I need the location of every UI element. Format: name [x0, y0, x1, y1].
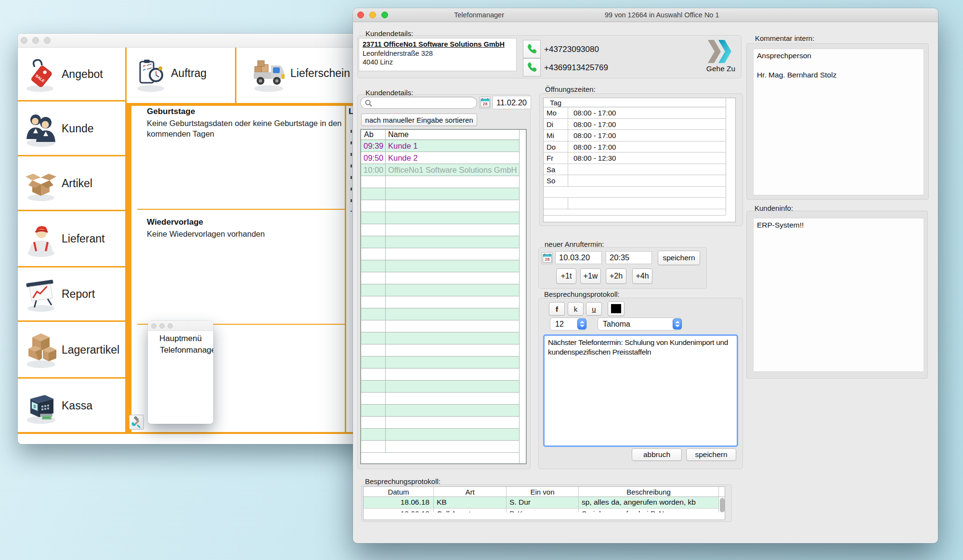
opening-hours-row[interactable]: Di08:00 - 17:00 — [544, 119, 726, 130]
call-list-row[interactable] — [361, 369, 519, 381]
call-list-row[interactable] — [361, 176, 519, 188]
menu-item-telefonmanager[interactable]: Telefonmanage — [160, 345, 213, 355]
call-list-table[interactable]: Ab Name 09:39Kunde 109:50Kunde 210:00Off… — [360, 129, 527, 464]
call-list-row[interactable]: 09:39Kunde 1 — [361, 140, 519, 152]
call-list-row[interactable] — [361, 272, 519, 284]
opening-hours-table[interactable]: Tag Mo08:00 - 17:00Di08:00 - 17:00Mi08:0… — [543, 98, 736, 222]
close-icon[interactable] — [21, 37, 27, 44]
call-list-row[interactable] — [361, 429, 519, 441]
protocol-table[interactable]: Datum Art Ein von Beschreibung 18.06.18K… — [363, 486, 725, 520]
customer-address[interactable]: 23711 OfficeNo1 Software Solutions GmbH … — [359, 38, 517, 71]
font-size-stepper[interactable] — [577, 318, 586, 330]
call-list-row[interactable] — [361, 224, 519, 236]
sidebar-item-kunde[interactable]: Kunde — [18, 102, 125, 155]
call-list-header[interactable]: Ab Name — [361, 130, 519, 140]
minimize-icon[interactable] — [32, 37, 39, 44]
new-call-time-field[interactable]: 20:35 — [606, 251, 652, 264]
fg-window-titlebar[interactable]: Telefonmanager 99 von 12664 in Auswahl O… — [353, 8, 938, 22]
minimize-icon[interactable] — [369, 12, 376, 18]
sort-button[interactable]: nach manueller Eingabe sortieren — [361, 114, 477, 126]
nav-auftrag[interactable]: Auftrag — [171, 67, 207, 80]
column-header-datum[interactable]: Datum — [364, 487, 434, 497]
call-list-row[interactable]: 10:00OfficeNo1 Software Solutions GmbH — [361, 164, 519, 176]
column-header-name[interactable]: Name — [388, 130, 409, 139]
call-list-row[interactable] — [361, 260, 519, 272]
call-list-row[interactable] — [361, 296, 519, 308]
goto-chevrons-icon[interactable] — [708, 40, 734, 63]
opening-hours-row[interactable]: Mo08:00 - 17:00 — [544, 107, 726, 119]
call-list-row[interactable] — [361, 344, 519, 356]
column-header-ab[interactable]: Ab — [364, 130, 374, 139]
call-list-row[interactable]: 09:50Kunde 2 — [361, 152, 519, 164]
nav-lieferschein[interactable]: Lieferschein — [290, 67, 350, 80]
popup-titlebar[interactable] — [148, 321, 213, 331]
call-phone2-button[interactable] — [523, 58, 541, 76]
italic-button[interactable]: k — [568, 302, 584, 316]
call-list-row[interactable] — [361, 393, 519, 405]
customer-info-text[interactable]: ERP-System!! — [753, 218, 924, 372]
calendar-button[interactable]: 28 — [541, 252, 553, 264]
call-list-row[interactable] — [361, 200, 519, 212]
save-button[interactable]: speichern — [686, 448, 736, 461]
call-list-row[interactable] — [361, 212, 519, 224]
text-color-button[interactable] — [608, 301, 625, 316]
sidebar-item-kassa[interactable]: $Kassa — [18, 379, 125, 432]
opening-hours-row[interactable]: Mi08:00 - 17:00 — [544, 130, 726, 141]
call-list-row[interactable] — [361, 248, 519, 260]
sidebar-item-lagerartikel[interactable]: Lagerartikel — [18, 322, 125, 377]
call-list-row[interactable] — [361, 356, 519, 369]
opening-hours-row[interactable] — [544, 198, 726, 209]
cancel-button[interactable]: abbruch — [632, 448, 682, 461]
search-input[interactable] — [360, 97, 477, 109]
sidebar-item-angebot[interactable]: SALEAngebot — [18, 48, 125, 100]
call-list-row[interactable] — [361, 236, 519, 248]
call-phone1-button[interactable] — [523, 40, 541, 58]
sidebar-item-report[interactable]: Report — [18, 267, 125, 320]
column-header-beschreibung[interactable]: Beschreibung — [579, 487, 719, 497]
column-header-art[interactable]: Art — [434, 487, 507, 497]
call-list-row[interactable] — [361, 332, 519, 344]
comment-intern-text[interactable]: Ansprechperson Hr. Mag. Bernhard Stolz — [753, 49, 924, 195]
call-list-row[interactable] — [361, 441, 519, 453]
underline-button[interactable]: u — [586, 302, 602, 316]
call-list-row[interactable] — [361, 188, 519, 200]
opening-hours-row[interactable]: Do08:00 - 17:00 — [544, 141, 726, 153]
scrollbar-track[interactable] — [544, 215, 726, 222]
protocol-textarea[interactable]: Nächster Telefontermin: Schulung von Kun… — [543, 334, 738, 447]
call-list-row[interactable] — [361, 381, 519, 393]
call-list-row[interactable] — [361, 405, 519, 417]
opening-hours-header[interactable]: Tag — [544, 98, 726, 107]
quick-plus4h-button[interactable]: +4h — [632, 268, 652, 284]
call-list-body[interactable]: 09:39Kunde 109:50Kunde 210:00OfficeNo1 S… — [361, 140, 519, 463]
call-list-row[interactable] — [361, 308, 519, 320]
scrollbar-thumb[interactable] — [720, 498, 725, 512]
quick-plus1w-button[interactable]: +1w — [580, 268, 601, 284]
font-name-select[interactable]: Tahoma — [598, 318, 681, 331]
bold-button[interactable]: f — [549, 302, 565, 316]
zoom-icon[interactable] — [381, 12, 388, 18]
goto-button[interactable]: Gehe Zu — [704, 64, 738, 73]
scrollbar-track[interactable] — [726, 98, 735, 215]
zoom-icon[interactable] — [44, 37, 51, 44]
quick-plus2h-button[interactable]: +2h — [606, 268, 626, 284]
opening-hours-row[interactable]: So — [544, 175, 726, 187]
protocol-table-header[interactable]: Datum Art Ein von Beschreibung — [364, 487, 725, 497]
opening-hours-row[interactable] — [544, 187, 726, 198]
new-call-save-button[interactable]: speichern — [658, 251, 700, 265]
opening-hours-row[interactable]: Fr08:00 - 12:30 — [544, 153, 726, 164]
column-header-tag[interactable]: Tag — [544, 99, 568, 107]
tools-button[interactable] — [129, 415, 144, 430]
call-list-row[interactable] — [361, 284, 519, 296]
sidebar-item-lieferant[interactable]: Lieferant — [18, 211, 125, 266]
call-list-row[interactable] — [361, 320, 519, 332]
date-field[interactable]: 11.02.20 — [493, 96, 531, 109]
call-list-row[interactable] — [361, 417, 519, 429]
scrollbar-track[interactable] — [519, 130, 526, 463]
minimize-icon[interactable] — [159, 323, 165, 329]
sidebar-item-artikel[interactable]: Artikel — [18, 156, 125, 210]
font-name-stepper[interactable] — [673, 318, 682, 330]
column-header-einvon[interactable]: Ein von — [507, 487, 579, 497]
opening-hours-row[interactable]: Sa — [544, 164, 726, 176]
protocol-row[interactable]: 18.06.18KBS. Dursp, alles da, angerufen … — [364, 497, 719, 509]
close-icon[interactable] — [357, 12, 364, 18]
